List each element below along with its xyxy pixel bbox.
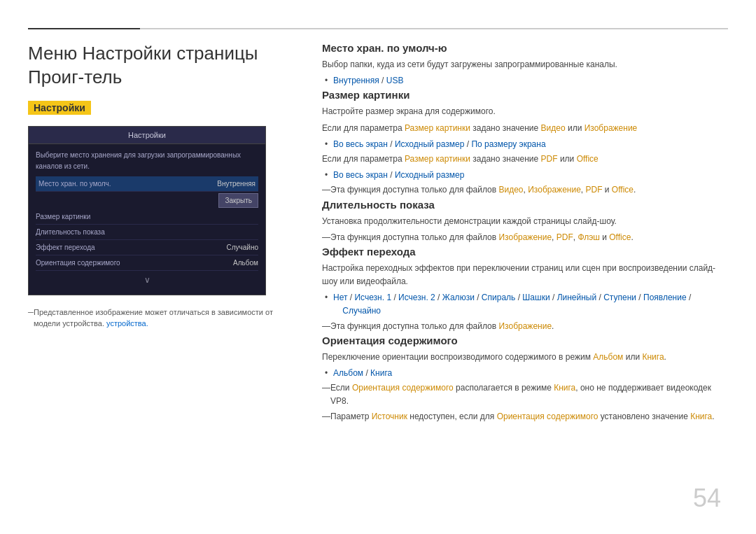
- top-line-accent: [28, 28, 140, 29]
- right-column: Место хран. по умолч-ю Выбор папки, куда…: [322, 42, 728, 425]
- section-title-5: Ориентация содержимого: [322, 335, 728, 346]
- section-badge: Настройки: [28, 101, 91, 115]
- screenshot-row-2: Размер картинки: [36, 209, 258, 225]
- section-text-5a: Переключение ориентации воспроизводимого…: [322, 351, 728, 364]
- screenshot-row-3: Длительность показа: [36, 225, 258, 240]
- note-5a: Если Ориентация содержимого располагаетс…: [322, 381, 728, 408]
- bullet-2-1: Во весь экран / Исходный размер / По раз…: [322, 138, 728, 151]
- screenshot-chevron: ∨: [36, 271, 258, 289]
- section-text-3a: Установка продолжительности демонстрации…: [322, 215, 728, 228]
- section-slide-duration: Длительность показа Установка продолжите…: [322, 199, 728, 244]
- section-title-1: Место хран. по умолч-ю: [322, 42, 728, 54]
- bullet-5-1: Альбом / Книга: [322, 367, 728, 380]
- section-text-2c: Если для параметра Размер картинки задан…: [322, 153, 728, 166]
- section-title-4: Эффект перехода: [322, 246, 728, 258]
- section-orientation: Ориентация содержимого Переключение орие…: [322, 335, 728, 423]
- screenshot-close-btn[interactable]: Закрыть: [218, 193, 258, 208]
- screenshot-title: Настройки: [29, 127, 265, 144]
- section-picture-size: Размер картинки Настройте размер экрана …: [322, 89, 728, 197]
- section-title-3: Длительность показа: [322, 199, 728, 211]
- section-text-1: Выбор папки, куда из сети будут загружен…: [322, 58, 728, 71]
- left-note: Представленное изображение может отличат…: [28, 307, 294, 330]
- page-title: Меню Настройки страницы Проиг-тель: [28, 42, 294, 90]
- screenshot-row-5: Ориентация содержимого Альбом: [36, 255, 258, 271]
- note-4: Эта функция доступна только для файлов И…: [322, 320, 728, 333]
- bullet-1-1: Внутренняя / USB: [322, 74, 728, 87]
- section-default-storage: Место хран. по умолч-ю Выбор папки, куда…: [322, 42, 728, 87]
- section-text-2b: Если для параметра Размер картинки задан…: [322, 122, 728, 135]
- note-5b: Параметр Источник недоступен, если для О…: [322, 410, 728, 423]
- note-3: Эта функция доступна только для файлов И…: [322, 231, 728, 244]
- bullet-4-1: Нет / Исчезн. 1 / Исчезн. 2 / Жалюзи / С…: [322, 291, 728, 318]
- page-number: 54: [693, 484, 721, 513]
- section-text-4a: Настройка переходных эффектов при перекл…: [322, 262, 728, 288]
- left-column: Меню Настройки страницы Проиг-тель Настр…: [28, 42, 294, 330]
- section-text-2a: Настройте размер экрана для содержимого.: [322, 105, 728, 118]
- section-title-2: Размер картинки: [322, 89, 728, 101]
- screenshot-row-4: Эффект перехода Случайно: [36, 240, 258, 255]
- section-transition: Эффект перехода Настройка переходных эфф…: [322, 246, 728, 333]
- screenshot-mockup: Настройки Выберите место хранения для за…: [28, 126, 266, 295]
- screenshot-desc: Выберите место хранения для загрузки зап…: [36, 150, 258, 172]
- bullet-2-2: Во весь экран / Исходный размер: [322, 169, 728, 182]
- note-link[interactable]: устройства.: [106, 319, 148, 328]
- note-2: Эта функция доступна только для файлов В…: [322, 183, 728, 197]
- screenshot-body: Выберите место хранения для загрузки зап…: [29, 144, 265, 295]
- screenshot-row-1: Место хран. по умолч. Внутренняя: [36, 176, 258, 192]
